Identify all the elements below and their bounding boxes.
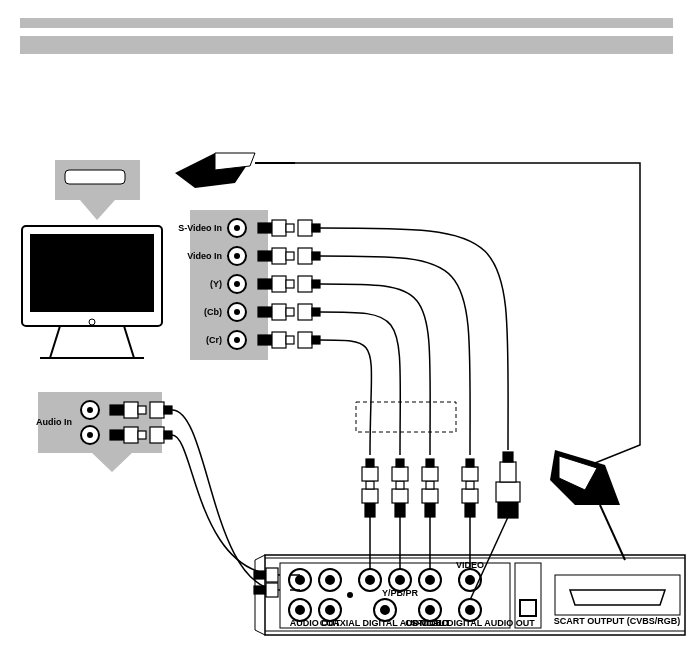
svg-rect-32 [258, 307, 272, 317]
svg-rect-34 [286, 308, 294, 316]
svg-rect-109 [462, 489, 478, 503]
svg-rect-125 [254, 586, 266, 594]
svg-text:Y/PB/PR: Y/PB/PR [382, 588, 419, 598]
svg-rect-111 [462, 467, 478, 481]
svg-rect-29 [286, 280, 294, 288]
svg-rect-25 [298, 248, 312, 264]
svg-rect-46 [110, 405, 124, 415]
svg-point-64 [326, 576, 334, 584]
svg-rect-94 [362, 489, 378, 503]
svg-rect-48 [138, 406, 146, 414]
svg-rect-53 [138, 431, 146, 439]
svg-rect-114 [496, 482, 520, 502]
svg-rect-37 [258, 335, 272, 345]
svg-point-8 [234, 225, 240, 231]
svg-rect-95 [366, 481, 374, 489]
svg-rect-102 [396, 459, 404, 467]
svg-rect-98 [395, 503, 405, 517]
svg-rect-33 [272, 304, 286, 320]
svg-rect-52 [124, 427, 138, 443]
svg-point-70 [426, 576, 434, 584]
svg-rect-31 [312, 280, 320, 288]
svg-rect-4 [65, 170, 125, 184]
scart-plug-bottom [550, 450, 625, 560]
svg-point-74 [296, 606, 304, 614]
svg-point-16 [234, 337, 240, 343]
svg-point-14 [234, 309, 240, 315]
svg-rect-41 [312, 336, 320, 344]
svg-rect-1 [30, 234, 154, 312]
svg-rect-103 [425, 503, 435, 517]
svg-rect-49 [150, 402, 164, 418]
svg-point-43 [87, 407, 93, 413]
svg-text:OPTICAL DIGITAL AUDIO OUT: OPTICAL DIGITAL AUDIO OUT [405, 618, 535, 628]
svg-rect-99 [392, 489, 408, 503]
svg-rect-55 [164, 431, 172, 439]
svg-point-2 [89, 319, 95, 325]
svg-rect-19 [286, 224, 294, 232]
svg-point-66 [366, 576, 374, 584]
svg-rect-104 [422, 489, 438, 503]
svg-line-122 [600, 505, 625, 560]
svg-rect-93 [365, 503, 375, 517]
svg-point-82 [466, 606, 474, 614]
svg-point-10 [234, 253, 240, 259]
svg-rect-40 [298, 332, 312, 348]
svg-rect-50 [164, 406, 172, 414]
svg-rect-21 [312, 224, 320, 232]
svg-rect-26 [312, 252, 320, 260]
tv-rear-panel: S-Video In Video In (Y) (Cb) (Cr) [178, 210, 268, 360]
svideo-label: S-Video In [178, 223, 222, 233]
scart-block [55, 160, 140, 220]
svg-point-68 [396, 576, 404, 584]
svg-rect-22 [258, 251, 272, 261]
svg-rect-106 [422, 467, 438, 481]
video-label: Video In [187, 251, 222, 261]
cr-label: (Cr) [206, 335, 222, 345]
svg-rect-124 [266, 568, 278, 582]
svg-text:SCART OUTPUT (CVBS/RGB): SCART OUTPUT (CVBS/RGB) [554, 616, 681, 626]
svg-point-62 [296, 576, 304, 584]
svg-rect-96 [362, 467, 378, 481]
svg-rect-123 [254, 571, 266, 579]
svg-rect-110 [466, 481, 474, 489]
svg-rect-116 [503, 452, 513, 462]
svg-rect-54 [150, 427, 164, 443]
svg-point-84 [347, 592, 353, 598]
svg-point-76 [326, 606, 334, 614]
svg-rect-35 [298, 304, 312, 320]
svg-rect-97 [366, 459, 374, 467]
wiring-diagram: S-Video In Video In (Y) (Cb) (Cr) [0, 0, 693, 649]
svg-rect-115 [500, 462, 516, 482]
svg-point-45 [87, 432, 93, 438]
svg-rect-107 [426, 459, 434, 467]
cb-label: (Cb) [204, 307, 222, 317]
svg-rect-27 [258, 279, 272, 289]
svg-rect-51 [110, 430, 124, 440]
svg-rect-108 [465, 503, 475, 517]
svg-rect-28 [272, 276, 286, 292]
svg-rect-39 [286, 336, 294, 344]
svg-rect-36 [312, 308, 320, 316]
svg-point-12 [234, 281, 240, 287]
audio-label: Audio In [36, 417, 72, 427]
svg-rect-30 [298, 276, 312, 292]
scart-plug-top [175, 153, 295, 188]
svg-point-72 [466, 576, 474, 584]
svg-rect-23 [272, 248, 286, 264]
y-label: (Y) [210, 279, 222, 289]
svg-rect-24 [286, 252, 294, 260]
svg-rect-18 [272, 220, 286, 236]
tv-monitor [22, 226, 162, 358]
svg-rect-17 [258, 223, 272, 233]
svg-rect-20 [298, 220, 312, 236]
svg-rect-105 [426, 481, 434, 489]
svg-rect-101 [392, 467, 408, 481]
svg-rect-126 [266, 583, 278, 597]
svg-rect-112 [466, 459, 474, 467]
svg-rect-113 [498, 502, 518, 518]
svg-rect-47 [124, 402, 138, 418]
svg-point-80 [426, 606, 434, 614]
svg-rect-100 [396, 481, 404, 489]
svg-point-78 [381, 606, 389, 614]
